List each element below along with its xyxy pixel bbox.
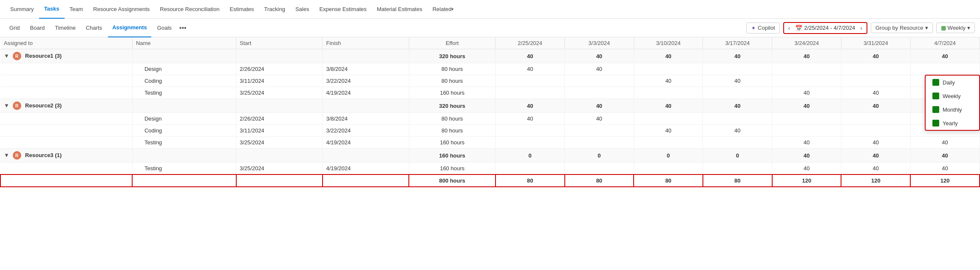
resource-name-cell — [132, 149, 236, 163]
nav-related[interactable]: Related — [428, 0, 459, 19]
task-assigned-to — [0, 163, 132, 175]
table-row: Testing 3/25/2024 4/19/2024 160 hours 40… — [0, 163, 980, 175]
task-week-1 — [565, 163, 634, 175]
daily-icon — [932, 79, 939, 86]
resource-start-cell — [236, 49, 323, 63]
resource-week-3: 0 — [703, 149, 772, 163]
task-week-4: 40 — [772, 137, 841, 149]
task-week-5: 40 — [841, 87, 910, 99]
col-effort: Effort — [409, 37, 495, 49]
date-prev-button[interactable]: ‹ — [786, 24, 793, 32]
task-week-4 — [772, 125, 841, 137]
subnav-goals[interactable]: Goals — [153, 19, 176, 37]
copilot-button[interactable]: ✦ Copilot — [746, 22, 779, 34]
nav-resource-reconciliation[interactable]: Resource Reconciliation — [155, 0, 224, 19]
resource-name-cell — [132, 99, 236, 113]
task-week-2: 40 — [634, 75, 703, 87]
nav-tasks[interactable]: Tasks — [39, 0, 65, 19]
resource-week-0: 40 — [496, 99, 565, 113]
resource-week-2: 40 — [634, 99, 703, 113]
table-row: Testing 3/25/2024 4/19/2024 160 hours 40… — [0, 137, 980, 149]
task-week-3 — [703, 163, 772, 175]
date-next-button[interactable]: › — [858, 24, 865, 32]
task-week-0: 40 — [496, 63, 565, 75]
task-effort: 80 hours — [409, 125, 495, 137]
resource-effort: 320 hours — [409, 99, 495, 113]
task-week-2 — [634, 163, 703, 175]
table-header-row: Assigned to Name Start Finish Effort 2/2… — [0, 37, 980, 49]
task-start: 3/25/2024 — [236, 163, 323, 175]
task-week-5: 40 — [841, 137, 910, 149]
task-week-0 — [496, 163, 565, 175]
collapse-icon[interactable]: ▼ — [4, 102, 9, 109]
menu-item-daily[interactable]: Daily — [926, 76, 979, 89]
more-options-button[interactable]: ••• — [178, 24, 188, 32]
subnav-charts[interactable]: Charts — [82, 19, 106, 37]
task-week-0 — [496, 75, 565, 87]
task-finish: 3/22/2024 — [323, 125, 409, 137]
total-week-2: 80 — [634, 174, 703, 187]
menu-item-yearly[interactable]: Yearly — [926, 116, 979, 130]
task-week-3 — [703, 63, 772, 75]
nav-estimates[interactable]: Estimates — [224, 0, 259, 19]
task-assigned-to — [0, 63, 132, 75]
menu-item-monthly[interactable]: Monthly — [926, 103, 979, 116]
resource-week-0: 40 — [496, 49, 565, 63]
task-effort: 160 hours — [409, 137, 495, 149]
nav-material-estimates[interactable]: Material Estimates — [372, 0, 428, 19]
nav-sales[interactable]: Sales — [290, 0, 314, 19]
total-week-4: 120 — [772, 174, 841, 187]
resource-assigned-to: ▼ R Resource1 (3) — [0, 49, 132, 63]
nav-team[interactable]: Team — [65, 0, 88, 19]
nav-tracking[interactable]: Tracking — [259, 0, 290, 19]
total-week-5: 120 — [841, 174, 910, 187]
resource-week-1: 40 — [565, 99, 634, 113]
resource-finish-cell — [323, 99, 409, 113]
total-assigned-to — [0, 174, 132, 187]
total-week-3: 80 — [703, 174, 772, 187]
task-week-5 — [841, 113, 910, 125]
view-mode-button[interactable]: ▦ Weekly ▾ — [936, 22, 975, 33]
task-week-5: 40 — [841, 163, 910, 175]
resource-effort: 320 hours — [409, 49, 495, 63]
task-week-4 — [772, 113, 841, 125]
task-effort: 80 hours — [409, 75, 495, 87]
total-week-6: 120 — [910, 174, 980, 187]
col-finish: Finish — [323, 37, 409, 49]
sub-nav: Grid Board Timeline Charts Assignments G… — [0, 19, 980, 37]
yearly-icon — [932, 120, 939, 127]
collapse-icon[interactable]: ▼ — [4, 152, 9, 158]
task-finish: 3/22/2024 — [323, 75, 409, 87]
resource-week-4: 40 — [772, 99, 841, 113]
assignments-table-container: Assigned to Name Start Finish Effort 2/2… — [0, 37, 980, 187]
subnav-grid[interactable]: Grid — [5, 19, 24, 37]
table-row: Design 2/26/2024 3/8/2024 80 hours 4040 — [0, 63, 980, 75]
task-week-3: 40 — [703, 75, 772, 87]
date-range-nav: ‹ 📅 2/25/2024 - 4/7/2024 › — [783, 22, 867, 34]
assignments-table: Assigned to Name Start Finish Effort 2/2… — [0, 37, 980, 187]
group-by-button[interactable]: Group by Resource ▾ — [871, 22, 933, 33]
task-effort: 80 hours — [409, 63, 495, 75]
nav-summary[interactable]: Summary — [5, 0, 39, 19]
subnav-assignments[interactable]: Assignments — [108, 19, 151, 37]
calendar-small-icon: ▦ — [941, 25, 946, 31]
task-finish: 4/19/2024 — [323, 163, 409, 175]
task-week-1: 40 — [565, 113, 634, 125]
resource-assigned-to: ▼ R Resource2 (3) — [0, 99, 132, 113]
subnav-timeline[interactable]: Timeline — [51, 19, 80, 37]
task-week-1 — [565, 87, 634, 99]
total-name — [132, 174, 236, 187]
task-week-5 — [841, 63, 910, 75]
collapse-icon[interactable]: ▼ — [4, 53, 9, 59]
resource-avatar: R — [13, 151, 21, 160]
resource-row: ▼ R Resource1 (3) 320 hours 404040404040… — [0, 49, 980, 63]
task-name: Coding — [132, 75, 236, 87]
task-assigned-to — [0, 125, 132, 137]
menu-item-weekly[interactable]: Weekly — [926, 89, 979, 103]
subnav-board[interactable]: Board — [26, 19, 49, 37]
task-week-2 — [634, 137, 703, 149]
resource-effort: 160 hours — [409, 149, 495, 163]
task-week-5 — [841, 75, 910, 87]
nav-expense-estimates[interactable]: Expense Estimates — [314, 0, 371, 19]
nav-resource-assignments[interactable]: Resource Assignments — [88, 0, 155, 19]
